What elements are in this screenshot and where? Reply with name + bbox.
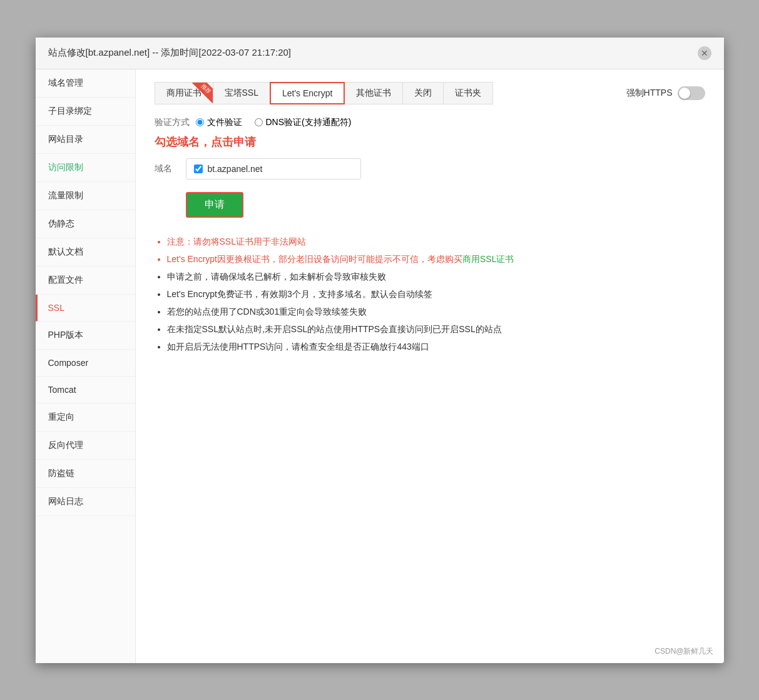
sidebar-item-reverse-proxy[interactable]: 反向代理 [36, 432, 135, 460]
note-note1: 注意：请勿将SSL证书用于非法网站 [167, 233, 705, 250]
sidebar-item-redirect[interactable]: 重定向 [36, 403, 135, 432]
note-note6: 在未指定SSL默认站点时,未开启SSL的站点使用HTTPS会直接访问到已开启SS… [167, 320, 705, 338]
modal-title: 站点修改[bt.azpanel.net] -- 添加时间[2022-03-07 … [48, 47, 292, 59]
sidebar-item-php-version[interactable]: PHP版本 [36, 322, 135, 350]
sidebar-item-tomcat[interactable]: Tomcat [36, 377, 135, 403]
note-link-note2[interactable]: 商用SSL证书 [462, 254, 514, 264]
note-note3: 申请之前，请确保域名已解析，如未解析会导致审核失败 [167, 268, 705, 285]
tab-baota-ssl[interactable]: 宝塔SSL [213, 82, 270, 104]
prompt-text: 勾选域名，点击申请 [155, 134, 705, 150]
modal-header: 站点修改[bt.azpanel.net] -- 添加时间[2022-03-07 … [36, 38, 724, 69]
sidebar-item-composer[interactable]: Composer [36, 350, 135, 377]
close-button[interactable]: ✕ [698, 46, 711, 60]
verify-label: 验证方式 [155, 117, 190, 128]
dns-verify-option[interactable]: DNS验证(支持通配符) [255, 117, 352, 128]
dns-verify-radio[interactable] [255, 118, 263, 126]
domain-row: 域名 bt.azpanel.net [155, 158, 705, 180]
sidebar-item-default-doc[interactable]: 默认文档 [36, 238, 135, 266]
note-note4: Let's Encrypt免费证书，有效期3个月，支持多域名。默认会自动续签 [167, 285, 705, 303]
sidebar-item-ssl[interactable]: SSL [36, 295, 135, 322]
modal-container: 站点修改[bt.azpanel.net] -- 添加时间[2022-03-07 … [36, 38, 724, 663]
file-verify-radio[interactable] [196, 118, 204, 126]
tab-commercial-cert[interactable]: 商用证书推荐 [155, 82, 213, 104]
sidebar-item-hotlink-protection[interactable]: 防盗链 [36, 460, 135, 488]
apply-button[interactable]: 申请 [186, 192, 243, 218]
domain-label: 域名 [155, 163, 180, 175]
tab-lets-encrypt[interactable]: Let's Encrypt [270, 82, 345, 104]
sidebar-item-traffic-limit[interactable]: 流量限制 [36, 182, 135, 210]
watermark: CSDN@新鲜几天 [655, 646, 713, 657]
tab-other-cert[interactable]: 其他证书 [344, 82, 403, 104]
note-note5: 若您的站点使用了CDN或301重定向会导致续签失败 [167, 303, 705, 320]
sidebar-item-subdir-binding[interactable]: 子目录绑定 [36, 98, 135, 126]
force-https-container: 强制HTTPS [626, 86, 705, 100]
tabs-row: 商用证书推荐宝塔SSLLet's Encrypt其他证书关闭证书夹强制HTTPS [155, 82, 705, 104]
file-verify-label: 文件验证 [207, 117, 242, 128]
sidebar: 域名管理子目录绑定网站目录访问限制流量限制伪静态默认文档配置文件SSLPHP版本… [36, 69, 136, 663]
radio-group: 文件验证 DNS验证(支持通配符) [196, 117, 352, 128]
toggle-knob [679, 88, 690, 99]
notes-list: 注意：请勿将SSL证书用于非法网站Let's Encrypt因更换根证书，部分老… [155, 233, 705, 355]
modal-body: 域名管理子目录绑定网站目录访问限制流量限制伪静态默认文档配置文件SSLPHP版本… [36, 69, 724, 663]
tab-close[interactable]: 关闭 [402, 82, 444, 104]
sidebar-item-pseudo-static[interactable]: 伪静态 [36, 210, 135, 238]
file-verify-option[interactable]: 文件验证 [196, 117, 242, 128]
tab-cert-folder[interactable]: 证书夹 [443, 82, 493, 104]
force-https-label: 强制HTTPS [626, 88, 673, 99]
dns-verify-label: DNS验证(支持通配符) [266, 117, 352, 128]
sidebar-item-website-dir[interactable]: 网站目录 [36, 126, 135, 154]
sidebar-item-domain-management[interactable]: 域名管理 [36, 69, 135, 98]
sidebar-item-config-file[interactable]: 配置文件 [36, 266, 135, 295]
apply-btn-row: 申请 [155, 192, 705, 218]
sidebar-item-website-log[interactable]: 网站日志 [36, 488, 135, 516]
content-area: 商用证书推荐宝塔SSLLet's Encrypt其他证书关闭证书夹强制HTTPS… [136, 69, 724, 663]
sidebar-item-access-control[interactable]: 访问限制 [36, 154, 135, 182]
domain-value: bt.azpanel.net [208, 164, 263, 174]
recommended-ribbon: 推荐 [190, 82, 213, 104]
domain-box: bt.azpanel.net [186, 158, 361, 180]
note-note2: Let's Encrypt因更换根证书，部分老旧设备访问时可能提示不可信，考虑购… [167, 250, 705, 268]
domain-checkbox[interactable] [194, 165, 203, 173]
verify-row: 验证方式 文件验证 DNS验证(支持通配符) [155, 117, 705, 128]
force-https-toggle[interactable] [678, 86, 705, 100]
note-note7: 如开启后无法使用HTTPS访问，请检查安全组是否正确放行443端口 [167, 338, 705, 355]
